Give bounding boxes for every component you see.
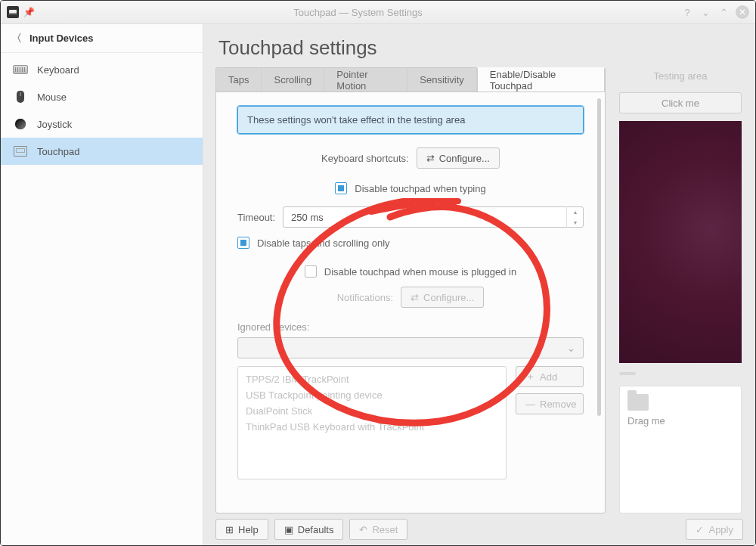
joystick-icon bbox=[13, 118, 28, 130]
disable-taps-scroll-label: Disable taps and scrolling only bbox=[257, 237, 390, 249]
sidebar-item-label: Mouse bbox=[37, 92, 67, 103]
drag-area[interactable]: Drag me bbox=[619, 386, 742, 513]
list-item[interactable]: DualPoint Stick bbox=[246, 403, 498, 419]
titlebar: 📌 Touchpad — System Settings ? ⌄ ⌃ ✕ bbox=[1, 1, 755, 23]
sliders-icon: ⇄ bbox=[426, 153, 435, 164]
list-item[interactable]: ThinkPad USB Keyboard with TrackPoint bbox=[246, 419, 498, 435]
sidebar-item-touchpad[interactable]: Touchpad bbox=[1, 138, 203, 165]
scrollbar[interactable] bbox=[596, 98, 601, 416]
click-me-button[interactable]: Click me bbox=[619, 92, 742, 113]
undo-icon: ↶ bbox=[359, 524, 367, 535]
sidebar-item-label: Joystick bbox=[37, 119, 72, 130]
chevron-down-icon: ⌄ bbox=[567, 343, 575, 354]
checkbox-disable-mouse[interactable] bbox=[305, 265, 317, 278]
sidebar-back[interactable]: 〈 Input Devices bbox=[1, 24, 203, 53]
app-icon bbox=[7, 6, 19, 18]
window-title: Touchpad — System Settings bbox=[39, 7, 677, 18]
apply-button: ✓ Apply bbox=[686, 519, 743, 540]
configure-notifications-button: ⇄ Configure... bbox=[401, 287, 484, 308]
folder-icon bbox=[627, 394, 649, 411]
tab-pointer-motion[interactable]: Pointer Motion bbox=[324, 68, 407, 92]
drag-me-label: Drag me bbox=[627, 415, 733, 427]
tab-panel: These settings won't take effect in the … bbox=[215, 92, 606, 513]
keyboard-shortcuts-label: Keyboard shortcuts: bbox=[321, 153, 409, 164]
timeout-input[interactable] bbox=[284, 212, 566, 223]
checkbox-disable-taps-scroll[interactable] bbox=[237, 237, 249, 249]
help-button[interactable]: ⊞ Help bbox=[215, 519, 268, 540]
list-item[interactable]: TPPS/2 IBM TrackPoint bbox=[246, 371, 498, 387]
sidebar-header-label: Input Devices bbox=[29, 33, 94, 44]
defaults-button[interactable]: ▣ Defaults bbox=[274, 519, 344, 540]
sidebar: 〈 Input Devices Keyboard Mouse Joystick bbox=[1, 24, 203, 545]
main-area: Touchpad settings Taps Scrolling Pointer… bbox=[203, 24, 755, 545]
chevron-down-icon[interactable]: ▾ bbox=[567, 217, 583, 228]
minimize-icon[interactable]: ⌄ bbox=[699, 6, 711, 18]
sidebar-item-mouse[interactable]: Mouse bbox=[1, 83, 203, 110]
disable-mouse-label: Disable touchpad when mouse is plugged i… bbox=[324, 266, 516, 278]
help-icon[interactable]: ? bbox=[681, 6, 693, 18]
ignored-devices-list[interactable]: TPPS/2 IBM TrackPoint USB Trackpoint poi… bbox=[237, 366, 507, 479]
mouse-icon bbox=[13, 91, 28, 103]
sidebar-item-label: Touchpad bbox=[37, 146, 79, 157]
sidebar-item-label: Keyboard bbox=[37, 64, 79, 76]
spin-arrows[interactable]: ▴ ▾ bbox=[566, 206, 583, 228]
testing-area-label: Testing area bbox=[619, 67, 742, 85]
sidebar-list: Keyboard Mouse Joystick Touchpad bbox=[1, 53, 203, 165]
close-icon[interactable]: ✕ bbox=[736, 5, 749, 19]
configure-shortcuts-button[interactable]: ⇄ Configure... bbox=[417, 147, 500, 169]
list-item[interactable]: USB Trackpoint pointing device bbox=[246, 387, 498, 403]
tab-taps[interactable]: Taps bbox=[216, 68, 262, 92]
reset-button: ↶ Reset bbox=[349, 519, 407, 540]
tab-sensitivity[interactable]: Sensitivity bbox=[407, 68, 477, 92]
plus-icon: ＋ bbox=[525, 370, 535, 383]
touchpad-icon bbox=[13, 145, 28, 157]
keyboard-icon bbox=[13, 64, 28, 76]
splitter-handle[interactable] bbox=[619, 372, 636, 375]
tab-scrolling[interactable]: Scrolling bbox=[262, 68, 324, 92]
notifications-label: Notifications: bbox=[337, 292, 393, 303]
disable-typing-label: Disable touchpad when typing bbox=[355, 183, 485, 194]
remove-button: — Remove bbox=[516, 393, 584, 414]
sidebar-item-joystick[interactable]: Joystick bbox=[1, 110, 203, 138]
ignored-devices-label: Ignored devices: bbox=[237, 321, 584, 333]
chevron-up-icon[interactable]: ▴ bbox=[567, 206, 583, 217]
add-button: ＋ Add bbox=[516, 366, 584, 387]
tabbar: Taps Scrolling Pointer Motion Sensitivit… bbox=[215, 67, 606, 92]
checkbox-disable-typing[interactable] bbox=[335, 182, 347, 194]
tab-enable-disable[interactable]: Enable/Disable Touchpad bbox=[477, 67, 605, 92]
settings-window: 📌 Touchpad — System Settings ? ⌄ ⌃ ✕ 〈 I… bbox=[0, 0, 756, 546]
info-banner: These settings won't take effect in the … bbox=[237, 106, 584, 134]
timeout-spinbox[interactable]: ▴ ▾ bbox=[283, 206, 584, 228]
timeout-label: Timeout: bbox=[237, 212, 275, 223]
minus-icon: — bbox=[525, 399, 535, 410]
pin-icon[interactable]: 📌 bbox=[23, 7, 35, 17]
page-title: Touchpad settings bbox=[203, 24, 755, 67]
help-circle-icon: ⊞ bbox=[225, 524, 234, 535]
footer: ⊞ Help ▣ Defaults ↶ Reset ✓ Apply bbox=[203, 513, 755, 545]
ignored-devices-combo[interactable]: ⌄ bbox=[237, 337, 584, 358]
window-controls: ? ⌄ ⌃ ✕ bbox=[681, 5, 749, 19]
testing-area: Testing area Click me Drag me bbox=[619, 67, 742, 513]
sidebar-item-keyboard[interactable]: Keyboard bbox=[1, 56, 203, 83]
maximize-icon[interactable]: ⌃ bbox=[717, 6, 730, 18]
testing-surface[interactable] bbox=[619, 121, 742, 363]
check-icon: ✓ bbox=[696, 524, 704, 535]
defaults-icon: ▣ bbox=[284, 524, 293, 535]
sliders-icon: ⇄ bbox=[411, 292, 419, 303]
chevron-left-icon: 〈 bbox=[11, 32, 22, 45]
